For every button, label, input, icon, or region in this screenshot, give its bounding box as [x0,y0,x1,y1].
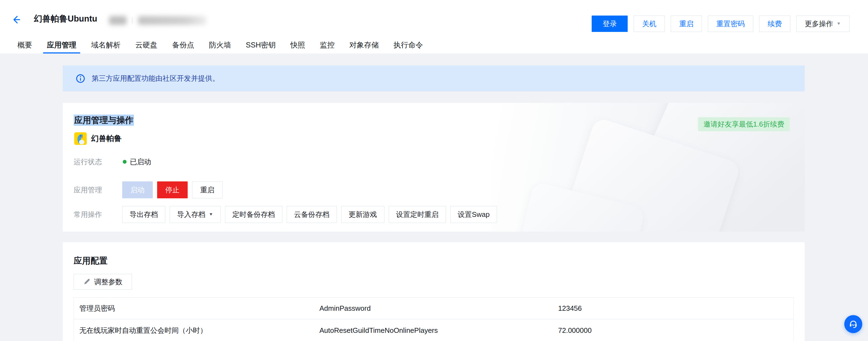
pencil-icon [83,278,90,285]
redacted-text [138,16,206,25]
tab-backup-point[interactable]: 备份点 [168,38,198,54]
tab-run-command[interactable]: 执行命令 [390,38,427,54]
divider [132,17,132,24]
export-save-button[interactable]: 导出存档 [122,206,165,223]
header: 幻兽帕鲁Ubuntu 登录 关机 重启 重置密码 续费 更多操作 ▼ 概要 应用… [0,0,868,54]
chevron-down-icon: ▼ [209,212,213,217]
status-value: 已启动 [130,157,151,167]
promo-badge[interactable]: 邀请好友享最低1.6折续费 [698,117,790,131]
tab-monitor[interactable]: 监控 [316,38,339,54]
param-value: 72.000000 [553,326,794,335]
more-actions-button[interactable]: 更多操作 ▼ [796,16,849,32]
table-row[interactable]: 无在线玩家时自动重置公会时间（小时） AutoResetGuildTimeNoO… [74,319,794,341]
param-key: AutoResetGuildTimeNoOnlinePlayers [314,326,553,335]
redacted-text [109,16,127,25]
tab-app-management[interactable]: 应用管理 [43,38,80,54]
info-banner: 第三方应用配置功能由社区开发并提供。 [63,65,805,91]
adjust-params-label: 调整参数 [94,277,122,287]
headset-icon [848,319,859,329]
param-name-cn: 无在线玩家时自动重置公会时间（小时） [74,326,314,335]
tab-ssh-key[interactable]: SSH密钥 [242,38,280,54]
param-name-cn: 管理员密码 [74,304,314,313]
scheduled-backup-button[interactable]: 定时备份存档 [225,206,282,223]
common-ops-row: 常用操作 导出存档 导入存档 ▼ 定时备份存档 云备份存档 更新游戏 设置定时重… [74,206,497,223]
tab-overview[interactable]: 概要 [13,38,36,54]
back-icon[interactable] [10,14,21,25]
app-icon [74,132,87,145]
tab-dns[interactable]: 域名解析 [87,38,124,54]
info-icon [76,74,85,83]
tab-bar: 概要 应用管理 域名解析 云硬盘 备份点 防火墙 SSH密钥 快照 监控 对象存… [13,38,427,54]
scheduled-restart-button[interactable]: 设置定时重启 [389,206,446,223]
import-save-button[interactable]: 导入存档 ▼ [170,206,221,223]
adjust-params-button[interactable]: 调整参数 [74,274,132,290]
ops-label: 常用操作 [74,210,114,219]
card-title: 应用管理与操作 [74,115,134,126]
stop-button[interactable]: 停止 [157,181,188,198]
app-identity: 幻兽帕鲁 [74,132,122,145]
tab-firewall[interactable]: 防火墙 [205,38,235,54]
status-label: 运行状态 [74,157,114,167]
set-swap-button[interactable]: 设置Swap [451,206,497,223]
support-fab[interactable] [844,315,862,333]
banner-text: 第三方应用配置功能由社区开发并提供。 [92,74,219,83]
import-save-label: 导入存档 [177,210,206,219]
selected-text: 应用管理与操作 [74,115,134,126]
login-button[interactable]: 登录 [592,16,628,32]
more-actions-label: 更多操作 [805,19,833,29]
restart-app-button[interactable]: 重启 [192,181,223,198]
tab-cloud-disk[interactable]: 云硬盘 [131,38,161,54]
param-key: AdminPassword [314,304,553,313]
status-row: 运行状态 已启动 [74,156,151,167]
start-button[interactable]: 启动 [122,181,153,198]
app-management-card: 应用管理与操作 幻兽帕鲁 运行状态 已启动 应用管理 启动 停止 重启 常用操作 [63,103,805,231]
renew-button[interactable]: 续费 [759,16,790,32]
table-row[interactable]: 管理员密码 AdminPassword 123456 [74,298,794,319]
update-game-button[interactable]: 更新游戏 [341,206,384,223]
reset-password-button[interactable]: 重置密码 [708,16,753,32]
header-actions: 登录 关机 重启 重置密码 续费 更多操作 ▼ [592,16,849,32]
tab-object-storage[interactable]: 对象存储 [346,38,383,54]
app-name: 幻兽帕鲁 [91,133,122,144]
tab-snapshot[interactable]: 快照 [287,38,309,54]
restart-button[interactable]: 重启 [671,16,702,32]
status-dot-icon [123,160,127,164]
config-table: 管理员密码 AdminPassword 123456 无在线玩家时自动重置公会时… [74,297,794,341]
app-config-card: 应用配置 调整参数 管理员密码 AdminPassword 123456 无在线… [63,242,805,341]
page-title: 幻兽帕鲁Ubuntu [34,13,97,25]
redacted-info [109,15,206,26]
chevron-down-icon: ▼ [836,22,841,26]
param-value: 123456 [553,304,794,313]
app-manage-row: 应用管理 启动 停止 重启 [74,181,223,198]
config-title: 应用配置 [74,255,107,267]
shutdown-button[interactable]: 关机 [634,16,665,32]
cloud-backup-button[interactable]: 云备份存档 [287,206,337,223]
manage-label: 应用管理 [74,185,114,195]
